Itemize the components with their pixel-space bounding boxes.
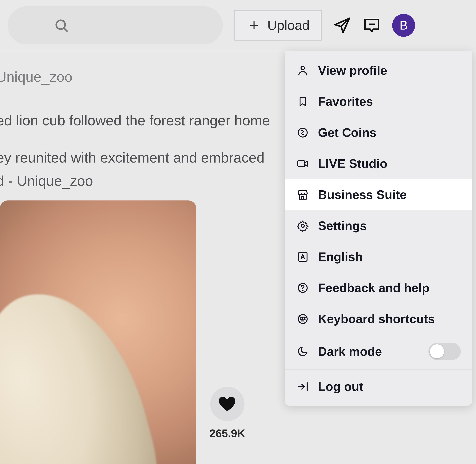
svg-point-12 <box>302 317 303 318</box>
menu-separator <box>285 369 472 370</box>
language-icon <box>296 251 309 262</box>
avatar-letter: B <box>400 18 408 32</box>
coin-icon <box>296 127 309 138</box>
svg-point-9 <box>302 290 303 290</box>
svg-line-1 <box>64 29 67 31</box>
svg-point-3 <box>301 66 304 70</box>
like-column: 265.9K <box>209 387 245 440</box>
messages-icon[interactable] <box>333 16 351 35</box>
menu-item-feedback[interactable]: Feedback and help <box>285 272 472 303</box>
menu-label: Get Coins <box>318 126 376 140</box>
search-divider <box>46 15 46 36</box>
menu-label: View profile <box>318 63 387 77</box>
gear-icon <box>296 220 309 232</box>
store-icon <box>296 189 309 201</box>
like-button[interactable] <box>210 387 244 421</box>
svg-point-6 <box>301 224 304 227</box>
svg-point-16 <box>304 319 305 319</box>
menu-label: Keyboard shortcuts <box>318 312 435 326</box>
svg-point-11 <box>300 317 301 318</box>
menu-item-logout[interactable]: Log out <box>285 371 472 402</box>
menu-arrow <box>444 51 455 51</box>
keyboard-icon <box>296 313 309 325</box>
search-icon[interactable] <box>54 18 69 33</box>
svg-point-13 <box>304 317 305 318</box>
svg-rect-5 <box>298 161 305 166</box>
menu-item-language[interactable]: English <box>285 241 472 272</box>
menu-label: Log out <box>318 379 363 394</box>
svg-point-14 <box>300 319 301 319</box>
menu-label: LIVE Studio <box>318 156 387 171</box>
logout-icon <box>296 381 309 393</box>
avatar[interactable]: B <box>392 14 415 37</box>
menu-label: English <box>318 250 363 264</box>
bookmark-icon <box>296 96 309 107</box>
svg-point-15 <box>302 319 303 319</box>
video-thumbnail[interactable]: ctful <box>0 201 196 464</box>
dark-mode-toggle[interactable] <box>429 343 461 360</box>
help-icon <box>296 282 309 294</box>
menu-item-view-profile[interactable]: View profile <box>285 55 472 86</box>
search-input[interactable] <box>8 6 223 44</box>
menu-item-business-suite[interactable]: Business Suite <box>285 179 472 210</box>
menu-item-live-studio[interactable]: LIVE Studio <box>285 148 472 179</box>
menu-label: Business Suite <box>318 187 407 202</box>
moon-icon <box>296 346 309 357</box>
menu-item-shortcuts[interactable]: Keyboard shortcuts <box>285 303 472 334</box>
menu-label: Dark mode <box>318 344 382 359</box>
camera-icon <box>296 158 309 170</box>
header-bar: ＋ Upload B <box>0 0 476 51</box>
menu-item-dark-mode[interactable]: Dark mode <box>285 334 472 368</box>
menu-item-get-coins[interactable]: Get Coins <box>285 117 472 148</box>
person-icon <box>296 65 309 77</box>
menu-item-settings[interactable]: Settings <box>285 210 472 241</box>
like-count: 265.9K <box>209 427 245 440</box>
inbox-icon[interactable] <box>363 16 381 35</box>
menu-item-favorites[interactable]: Favorites <box>285 86 472 117</box>
menu-label: Feedback and help <box>318 281 429 295</box>
profile-menu: View profileFavoritesGet CoinsLIVE Studi… <box>285 51 472 406</box>
menu-label: Settings <box>318 219 367 233</box>
menu-label: Favorites <box>318 94 373 109</box>
svg-rect-7 <box>299 252 307 261</box>
upload-button[interactable]: ＋ Upload <box>234 10 322 41</box>
upload-label: Upload <box>267 18 310 33</box>
